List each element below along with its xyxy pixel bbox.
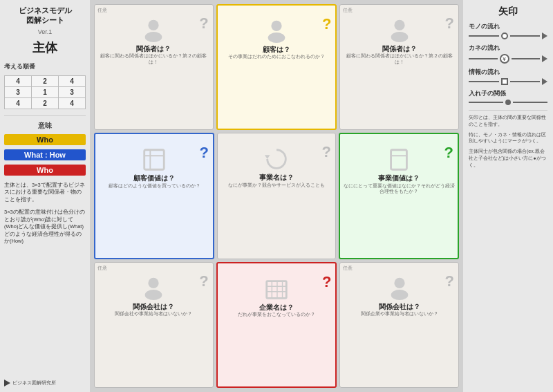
question-mark-1-2: ? <box>444 144 453 162</box>
card-desc-1-0: 顧客はどのような価値を買っているのか？ <box>109 183 200 189</box>
grid-cell-1-2: 3 <box>59 87 85 97</box>
arrow-line <box>469 102 503 103</box>
question-mark-2-2: ? <box>445 272 454 290</box>
card-1-2: ? 事業価値は？ なににとって重要な価値はなにか？それがどう経済合理性をもたか？ <box>339 133 459 259</box>
badge-what-how: What : How <box>4 149 86 160</box>
arrow-ireko: 入れ子の関係 <box>469 90 547 106</box>
grid-cell-2-2: 4 <box>59 98 85 109</box>
right-desc2: 特に、モノ・カネ・情報の流れは区別しやすいようにマークがつく。 <box>469 131 547 145</box>
card-1-0: ? 顧客価値は？ 顧客はどのような価値を買っているのか？ <box>94 133 214 259</box>
arrow-head-icon <box>542 55 547 62</box>
svg-point-4 <box>394 20 404 30</box>
sidebar-desc1: 主体とは、3×3で配置するビジネスにおける重要な関係者・物のことを指す。 <box>4 182 86 204</box>
card-title-2-1: 企業名は？ <box>259 304 294 311</box>
person-icon-0-0 <box>140 17 167 44</box>
svg-point-2 <box>271 21 281 31</box>
circle-icon <box>501 32 508 39</box>
svg-point-13 <box>145 290 162 300</box>
sidebar-title: ビジネスモデル図解シート <box>4 6 86 26</box>
grid-cell-2-1: 2 <box>32 98 58 109</box>
arrow-head-icon <box>542 78 547 85</box>
arrow-line <box>469 81 499 82</box>
card-desc-1-2: なににとって重要な価値はなにか？それがどう経済合理性をもたか？ <box>343 183 455 195</box>
svg-marker-9 <box>265 156 270 160</box>
arrow-mono-visual <box>469 32 547 39</box>
svg-point-12 <box>149 277 159 288</box>
logo-text: ビジネス図解研究所 <box>12 380 56 386</box>
arrow-ireko-visual <box>469 100 547 105</box>
svg-point-1 <box>145 32 162 42</box>
card-title-1-0: 顧客価値は？ <box>133 174 175 182</box>
person-icon-2-2 <box>386 275 413 301</box>
card-0-1: ? 顧客は？ その事業はだれのためにおこなわれるのか？ <box>216 4 337 130</box>
left-sidebar: ビジネスモデル図解シート Ver.1 主体 考える順番 4 2 4 3 1 3 … <box>0 0 90 392</box>
card-0-2: 任意 ? 関係者は？ 顧客に関わる関係者はほかにいるか？第２の顧客は！ <box>339 4 459 130</box>
arrow-line <box>469 35 499 37</box>
arrow-mono-label: モノの流れ <box>469 23 547 31</box>
logo-area: ビジネス図解研究所 <box>4 380 86 386</box>
card-title-2-2: 関係会社は？ <box>379 303 420 310</box>
arrow-mono: モノの流れ <box>469 23 547 41</box>
grid-cell-0-1: 2 <box>32 76 58 86</box>
card-tag-0-2: 任意 <box>343 7 353 14</box>
person-icon-0-1 <box>263 18 290 44</box>
main-label: 主体 <box>4 39 86 56</box>
card-desc-2-0: 関係会社や事業給与者はいないか？ <box>115 311 192 317</box>
grid-cell-1-1: 1 <box>32 87 58 97</box>
arrow-kane: カネの流れ ¥ <box>469 44 547 65</box>
arrow-joho-label: 情報の流れ <box>469 68 547 77</box>
cycle-icon-1-1 <box>263 146 290 172</box>
card-desc-0-2: 顧客に関わる関係者はほかにいるか？第２の顧客は！ <box>343 53 456 65</box>
card-desc-2-1: だれが事業をおこなっているのか？ <box>238 312 315 317</box>
order-grid: 4 2 4 3 1 3 4 2 4 <box>4 75 86 109</box>
think-order-label: 考える順番 <box>4 62 86 71</box>
arrow-ireko-label: 入れ子の関係 <box>469 90 547 98</box>
arrow-kane-visual: ¥ <box>469 54 547 64</box>
card-0-0: 任意 ? 関係者は？ 顧客に関わる関係者はほかにいるか？第２の顧客は！ <box>94 4 214 130</box>
question-mark-0-2: ? <box>445 15 454 32</box>
card-title-0-1: 顧客は？ <box>263 46 290 53</box>
box-icon-1-0 <box>141 147 167 173</box>
right-sidebar: 矢印 モノの流れ カネの流れ ¥ 情報の流れ 入れ子の関係 <box>463 0 553 392</box>
arrow-line <box>513 102 547 103</box>
imi-label: 意味 <box>4 121 86 131</box>
person-icon-0-2 <box>386 17 413 44</box>
svg-rect-14 <box>267 281 287 298</box>
arrow-head-icon <box>542 32 547 39</box>
logo-icon <box>4 380 10 386</box>
grid-row-2: 任意 ? 関係会社は？ 関係会社や事業給与者はいないか？ <box>94 262 459 388</box>
card-tag-0-0: 任意 <box>97 7 107 14</box>
square-icon <box>501 78 508 85</box>
card-2-0: 任意 ? 関係会社は？ 関係会社や事業給与者はいないか？ <box>94 262 214 388</box>
card-1-1: ? 事業名は？ なにが事業か？競合やサービスが入ることも <box>217 133 336 259</box>
main-grid-area: 任意 ? 関係者は？ 顧客に関わる関係者はほかにいるか？第２の顧客は！ ? 顧客… <box>90 0 463 392</box>
card-desc-2-2: 関係企業や事業給与者はいないか？ <box>361 311 438 317</box>
svg-point-0 <box>149 20 159 30</box>
svg-rect-6 <box>144 150 165 170</box>
arrow-line <box>510 35 541 37</box>
person-icon-2-0 <box>140 275 167 301</box>
card-desc-1-1: なにが事業か？競合やサービスが入ることも <box>228 183 325 188</box>
dot-icon <box>505 100 511 105</box>
yen-icon: ¥ <box>500 54 509 64</box>
badge-who-bottom: Who <box>4 165 86 176</box>
grid-cell-1-0: 3 <box>5 87 31 97</box>
arrow-kane-label: カネの流れ <box>469 44 547 53</box>
svg-point-21 <box>391 290 408 300</box>
grid-cell-2-0: 4 <box>5 98 31 109</box>
arrow-section-title: 矢印 <box>469 6 547 18</box>
box-right-icon-1-2 <box>386 147 412 173</box>
card-title-1-2: 事業価値は？ <box>378 174 420 182</box>
arrow-joho: 情報の流れ <box>469 68 547 86</box>
svg-rect-10 <box>391 150 407 170</box>
right-divider <box>469 110 547 111</box>
svg-point-20 <box>394 277 404 288</box>
card-desc-0-1: その事業はだれのためにおこなわれるのか？ <box>228 54 325 59</box>
question-mark-1-1: ? <box>322 143 331 161</box>
card-desc-0-0: 顧客に関わる関係者はほかにいるか？第２の顧客は！ <box>97 53 210 65</box>
arrow-line <box>512 58 541 59</box>
sidebar-desc2: 3×3の配置の意味付けは色分けのとおり誰が(Who)誰に対して(Who)どんな価… <box>4 209 86 245</box>
grid-cell-0-0: 4 <box>5 76 31 86</box>
question-mark-2-0: ? <box>199 272 208 290</box>
card-title-2-0: 関係会社は？ <box>133 303 174 310</box>
